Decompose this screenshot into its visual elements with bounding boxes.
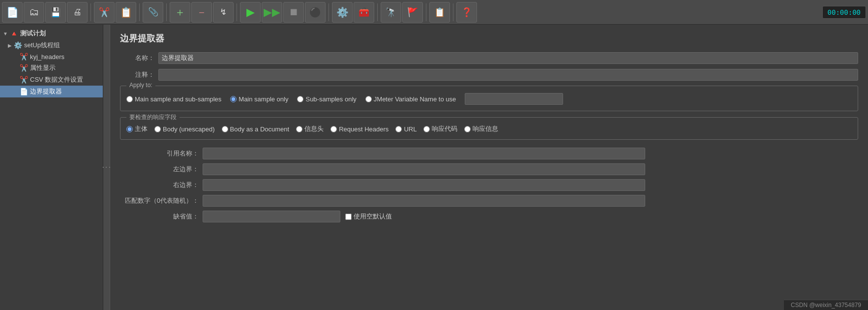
- rf-resp-code[interactable]: 响应代码: [423, 124, 457, 133]
- match-num-input[interactable]: [203, 195, 645, 207]
- radio-jmeter-var-label: JMeter Variable Name to use: [374, 95, 456, 103]
- radio-sub-only-input[interactable]: [297, 96, 303, 102]
- help-btn[interactable]: ❓: [456, 2, 477, 23]
- match-num-label: 匹配数字（0代表随机）：: [120, 196, 199, 205]
- radio-main-sub[interactable]: Main sample and sub-samples: [126, 95, 221, 103]
- cut-btn[interactable]: ✂️: [94, 2, 115, 23]
- rf-url-input[interactable]: [395, 126, 402, 132]
- sidebar-item-attr[interactable]: ▶ ✂️ 属性显示: [0, 62, 103, 74]
- panel-title: 边界提取器: [120, 32, 858, 44]
- drag-handle[interactable]: ⋮: [103, 25, 110, 310]
- sep3: [166, 3, 167, 21]
- setup-label: setUp线程组: [24, 41, 60, 50]
- arrow-testplan: ▼: [3, 31, 8, 36]
- response-legend: 要检查的响应字段: [126, 113, 180, 122]
- use-empty-default-input[interactable]: [345, 214, 352, 220]
- radio-main-only-input[interactable]: [230, 96, 237, 102]
- bottom-form: 引用名称： 左边界： 右边界： 匹配数字（0代表随机）： 缺省值：: [120, 146, 858, 222]
- add-btn[interactable]: ＋: [170, 2, 190, 23]
- rf-req-headers-input[interactable]: [330, 126, 337, 132]
- testplan-icon: 🔺: [10, 30, 18, 37]
- sep5: [329, 3, 329, 21]
- sidebar-item-kyj[interactable]: ▶ ✂️ kyj_headers: [0, 51, 103, 62]
- rf-body-unescaped[interactable]: Body (unescaped): [154, 125, 215, 133]
- attr-label: 属性显示: [30, 63, 56, 72]
- testplan-label: 测试计划: [20, 29, 46, 38]
- stop-btn[interactable]: ⏹: [283, 2, 304, 23]
- save-btn[interactable]: 💾: [45, 2, 66, 23]
- radio-jmeter-var[interactable]: JMeter Variable Name to use: [365, 95, 456, 103]
- match-num-row: 匹配数字（0代表随机）：: [120, 195, 858, 207]
- kyj-label: kyj_headers: [30, 53, 64, 61]
- setup-icon: ⚙️: [14, 41, 22, 49]
- footer-text: CSDN @weixin_43754879: [791, 302, 861, 309]
- ref-name-row: 引用名称：: [120, 148, 858, 159]
- rf-resp-msg-input[interactable]: [464, 126, 471, 132]
- radio-main-only-label: Main sample only: [239, 95, 288, 103]
- run-btn[interactable]: ▶: [240, 2, 261, 23]
- sidebar-item-csv[interactable]: ▶ ✂️ CSV 数据文件设置: [0, 74, 103, 86]
- tools-btn[interactable]: 🧰: [354, 2, 374, 23]
- default-input[interactable]: [203, 211, 340, 222]
- ref-name-label: 引用名称：: [120, 149, 199, 158]
- right-boundary-label: 右边界：: [120, 181, 199, 189]
- right-boundary-input[interactable]: [203, 179, 645, 191]
- rf-resp-msg[interactable]: 响应信息: [464, 124, 498, 133]
- saveas-btn[interactable]: 🖨: [67, 2, 88, 23]
- rf-body-unescaped-label: Body (unescaped): [163, 125, 215, 133]
- remove-btn[interactable]: －: [191, 2, 212, 23]
- sidebar-item-boundary[interactable]: ▶ 📄 边界提取器: [0, 86, 103, 97]
- rf-url-label: URL: [404, 125, 417, 133]
- use-empty-default-checkbox[interactable]: 使用空默认值: [345, 212, 392, 221]
- radio-main-sub-input[interactable]: [126, 96, 133, 102]
- rf-body-doc-input[interactable]: [222, 126, 228, 132]
- open-btn[interactable]: 🗂: [24, 2, 44, 23]
- radio-main-only[interactable]: Main sample only: [230, 95, 288, 103]
- sidebar-item-setup[interactable]: ▶ ⚙️ setUp线程组: [0, 39, 103, 51]
- jmeter-var-input[interactable]: [465, 93, 563, 105]
- rf-body-doc[interactable]: Body as a Document: [222, 125, 290, 133]
- radio-main-sub-label: Main sample and sub-samples: [135, 95, 221, 103]
- reset-btn[interactable]: ⚫: [305, 2, 326, 23]
- sep2: [139, 3, 140, 21]
- rf-body-input[interactable]: [126, 126, 133, 132]
- sidebar-item-testplan[interactable]: ▼ 🔺 测试计划: [0, 28, 103, 39]
- rf-req-headers-label: Request Headers: [339, 125, 389, 133]
- sep4: [237, 3, 237, 21]
- rf-req-headers[interactable]: Request Headers: [330, 125, 389, 133]
- rf-resp-code-label: 响应代码: [432, 124, 457, 133]
- comment-row: 注释：: [120, 69, 858, 81]
- content-area: 边界提取器 名称： 注释： Apply to: Main sample and …: [110, 25, 868, 310]
- left-boundary-label: 左边界：: [120, 165, 199, 174]
- rf-info-head-input[interactable]: [296, 126, 302, 132]
- timer-display: 00:00:00: [822, 6, 866, 19]
- copy-btn[interactable]: 📋: [116, 2, 136, 23]
- new-file-btn[interactable]: 📄: [2, 2, 23, 23]
- rf-body[interactable]: 主体: [126, 124, 148, 133]
- right-boundary-row: 右边界：: [120, 179, 858, 191]
- radio-sub-only[interactable]: Sub-samples only: [297, 95, 356, 103]
- rf-resp-code-input[interactable]: [423, 126, 430, 132]
- toolbar: 📄 🗂 💾 🖨 ✂️ 📋 📎 ＋ － ↯ ▶ ▶▶ ⏹ ⚫ ⚙️ 🧰 🔭 🚩 📋…: [0, 0, 868, 25]
- ref-name-input[interactable]: [203, 148, 645, 159]
- clear-btn[interactable]: ↯: [213, 2, 234, 23]
- radio-sub-only-label: Sub-samples only: [305, 95, 356, 103]
- rf-url[interactable]: URL: [395, 125, 417, 133]
- paste-btn[interactable]: 📎: [143, 2, 163, 23]
- search-btn[interactable]: 🔭: [381, 2, 401, 23]
- run-all-btn[interactable]: ▶▶: [262, 2, 282, 23]
- rf-info-head[interactable]: 信息头: [296, 124, 324, 133]
- settings-btn[interactable]: ⚙️: [332, 2, 353, 23]
- apply-to-group: Main sample and sub-samples Main sample …: [126, 93, 852, 105]
- name-input[interactable]: [158, 52, 858, 64]
- rf-body-unescaped-input[interactable]: [154, 126, 161, 132]
- csv-icon: ✂️: [20, 76, 28, 84]
- rf-body-label: 主体: [135, 124, 148, 133]
- apply-to-legend: Apply to:: [126, 82, 155, 89]
- warn-btn[interactable]: 🚩: [402, 2, 423, 23]
- rf-resp-msg-label: 响应信息: [473, 124, 498, 133]
- radio-jmeter-var-input[interactable]: [365, 96, 372, 102]
- left-boundary-input[interactable]: [203, 163, 645, 175]
- comment-input[interactable]: [158, 69, 858, 81]
- report-btn[interactable]: 📋: [429, 2, 450, 23]
